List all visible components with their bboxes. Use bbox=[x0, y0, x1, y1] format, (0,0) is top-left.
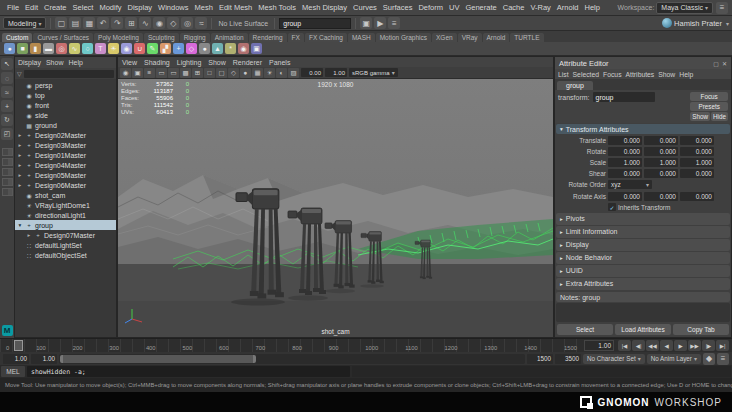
menu-item[interactable]: Cache bbox=[500, 3, 528, 12]
step-forward-frame-button[interactable]: ▶▶ bbox=[688, 340, 701, 351]
menu-item[interactable]: Deform bbox=[415, 3, 446, 12]
outliner-item[interactable]: ▸ + Design05Master bbox=[15, 170, 116, 180]
render-current-frame-icon[interactable]: ▣ bbox=[360, 17, 372, 29]
viewport-menu[interactable]: Show bbox=[208, 59, 226, 66]
attribute-value-z[interactable]: 0.000 bbox=[680, 192, 714, 201]
gate-mask-icon[interactable]: ▩ bbox=[180, 68, 191, 78]
shelf-diamond-icon[interactable]: ◇ bbox=[186, 43, 197, 54]
anim-layer-dropdown[interactable]: No Anim Layer ▾ bbox=[647, 354, 701, 364]
outliner-menu[interactable]: Show bbox=[46, 59, 64, 66]
ipr-render-icon[interactable]: ▶ bbox=[374, 17, 386, 29]
move-tool-icon[interactable]: + bbox=[1, 100, 13, 112]
node-name-field[interactable]: group bbox=[593, 92, 655, 102]
layout-two-pane-icon[interactable] bbox=[2, 158, 13, 166]
shelf-cluster-icon[interactable]: + bbox=[173, 43, 184, 54]
outliner-item[interactable]: ▸ + Design04Master bbox=[15, 160, 116, 170]
workspace-dropdown[interactable]: Maya Classic ▾ bbox=[656, 2, 713, 14]
scale-tool-icon[interactable]: ◰ bbox=[1, 128, 13, 140]
step-back-key-button[interactable]: ◀| bbox=[632, 340, 645, 351]
collapsed-section[interactable]: ▸ Limit Information bbox=[556, 226, 730, 238]
mel-toggle[interactable]: MEL bbox=[1, 366, 25, 377]
menu-item[interactable]: Surfaces bbox=[380, 3, 416, 12]
viewport-menu[interactable]: Shading bbox=[144, 59, 170, 66]
shelf-torus-icon[interactable]: ◎ bbox=[56, 43, 67, 54]
inherits-transform-checkbox[interactable]: ✓ bbox=[608, 203, 616, 211]
attribute-editor-button[interactable]: Copy Tab bbox=[673, 324, 729, 335]
attribute-value-z[interactable]: 0.000 bbox=[680, 136, 714, 145]
outliner-item[interactable]: ◉ front bbox=[15, 100, 116, 110]
film-gate-icon[interactable]: ▭ bbox=[156, 68, 167, 78]
construction-history-icon[interactable]: ≈ bbox=[195, 17, 207, 29]
paint-select-tool-icon[interactable]: ≈ bbox=[1, 86, 13, 98]
menu-item[interactable]: Mesh bbox=[192, 3, 216, 12]
attribute-editor-menu[interactable]: Focus bbox=[603, 71, 622, 78]
dock-icon[interactable]: ▢ bbox=[713, 60, 719, 67]
shelf-camera-icon[interactable]: ◉ bbox=[121, 43, 132, 54]
shelf-tab[interactable]: Animation bbox=[211, 33, 248, 42]
attribute-value-z[interactable]: 0.000 bbox=[680, 147, 714, 156]
menu-item[interactable]: Create bbox=[41, 3, 70, 12]
outliner-search-input[interactable] bbox=[24, 70, 114, 78]
shelf-star-icon[interactable]: * bbox=[225, 43, 236, 54]
shelf-tab[interactable]: XGen bbox=[432, 33, 457, 42]
attribute-editor-button[interactable]: Load Attributes bbox=[615, 324, 671, 335]
shelf-sphere2-icon[interactable]: ● bbox=[199, 43, 210, 54]
viewport-menu[interactable]: Renderer bbox=[233, 59, 262, 66]
xray-icon[interactable]: ▨ bbox=[288, 68, 299, 78]
expand-arrow-icon[interactable]: ▸ bbox=[17, 172, 23, 178]
menu-item[interactable]: Windows bbox=[155, 3, 191, 12]
outliner-item[interactable]: ◉ shot_cam bbox=[15, 190, 116, 200]
current-time-marker[interactable] bbox=[14, 340, 23, 351]
viewport-menu[interactable]: View bbox=[122, 59, 137, 66]
outliner-item[interactable]: ∷ defaultObjectSet bbox=[15, 250, 116, 260]
attribute-value-x[interactable]: 0.000 bbox=[608, 147, 642, 156]
shaded-mode-icon[interactable]: ● bbox=[240, 68, 251, 78]
attribute-value-y[interactable]: 0.000 bbox=[644, 192, 678, 201]
shelf-tab[interactable]: Poly Modeling bbox=[94, 33, 143, 42]
attribute-value-z[interactable]: 0.000 bbox=[680, 169, 714, 178]
render-settings-icon[interactable]: ≡ bbox=[388, 17, 400, 29]
menu-item[interactable]: Help bbox=[582, 3, 603, 12]
redo-icon[interactable]: ↷ bbox=[111, 17, 123, 29]
shelf-tab[interactable]: FX bbox=[288, 33, 304, 42]
expand-arrow-icon[interactable]: ▸ bbox=[17, 132, 23, 138]
user-avatar[interactable] bbox=[662, 18, 672, 28]
range-slider[interactable] bbox=[59, 354, 525, 364]
shelf-tab[interactable]: Curves / Surfaces bbox=[33, 33, 93, 42]
play-forwards-button[interactable]: ▶ bbox=[674, 340, 687, 351]
shelf-tab[interactable]: Arnold bbox=[483, 33, 510, 42]
show-button[interactable]: Show bbox=[690, 112, 710, 121]
textured-mode-icon[interactable]: ▦ bbox=[252, 68, 263, 78]
attribute-value-z[interactable]: 1.000 bbox=[680, 158, 714, 167]
character-set-dropdown[interactable]: No Character Set ▾ bbox=[583, 354, 645, 364]
collapsed-section[interactable]: ▸ Pivots bbox=[556, 213, 730, 225]
time-slider[interactable]: 0100200300400500600700800900100011001200… bbox=[0, 338, 732, 352]
collapsed-section[interactable]: ▸ Node Behavior bbox=[556, 252, 730, 264]
shelf-poly-icon[interactable]: ▲ bbox=[212, 43, 223, 54]
attribute-editor-menu[interactable]: Help bbox=[679, 71, 693, 78]
layout-single-pane-icon[interactable] bbox=[2, 148, 13, 156]
menu-item[interactable]: Select bbox=[70, 3, 97, 12]
lock-camera-icon[interactable]: ▣ bbox=[132, 68, 143, 78]
shelf-tab[interactable]: FX Caching bbox=[305, 33, 347, 42]
select-tool-icon[interactable]: ↖ bbox=[1, 58, 13, 70]
go-to-start-button[interactable]: |◀ bbox=[618, 340, 631, 351]
outliner-item[interactable]: ▸ + Design03Master bbox=[15, 140, 116, 150]
outliner-item[interactable]: ◉ top bbox=[15, 90, 116, 100]
node-tab-group[interactable]: group bbox=[557, 81, 593, 90]
section-transform-attributes[interactable]: ▾ Transform Attributes bbox=[556, 124, 730, 134]
shelf-box-icon[interactable]: ▣ bbox=[251, 43, 262, 54]
menu-item[interactable]: File bbox=[4, 3, 22, 12]
view-transform-dropdown[interactable]: sRGB gamma ▾ bbox=[349, 68, 398, 77]
outliner-item[interactable]: ▦ ground bbox=[15, 120, 116, 130]
shelf-tab[interactable]: Sculpting bbox=[144, 33, 179, 42]
make-live-icon[interactable]: ◎ bbox=[181, 17, 193, 29]
notes-area[interactable] bbox=[556, 303, 730, 322]
wireframe-icon[interactable]: ◇ bbox=[228, 68, 239, 78]
outliner-item[interactable]: ◉ persp bbox=[15, 80, 116, 90]
menu-item[interactable]: Arnold bbox=[554, 3, 582, 12]
layout-four-pane-icon[interactable] bbox=[2, 168, 13, 176]
outliner-item[interactable]: ▸ + Design01Master bbox=[15, 150, 116, 160]
snap-to-plane-icon[interactable]: ◇ bbox=[167, 17, 179, 29]
command-input[interactable]: showHidden -a; bbox=[27, 366, 350, 377]
